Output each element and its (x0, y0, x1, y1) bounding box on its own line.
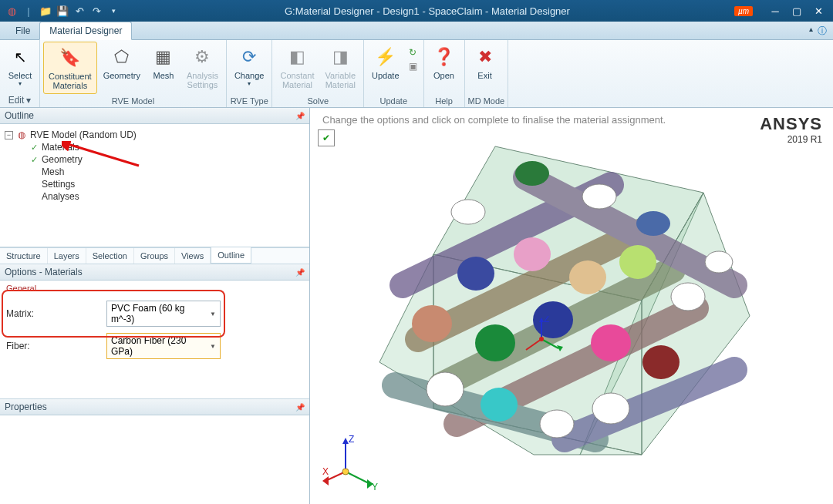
select-button[interactable]: ↖ Select ▾ (3, 42, 37, 90)
update-button[interactable]: ⚡ Update (367, 42, 403, 83)
viewport-hint: Change the options and click on complete… (322, 114, 666, 126)
redo-icon[interactable]: ↷ (89, 4, 103, 18)
title-bar: ◍ | 📁 💾 ↶ ↷ ▾ G:Material Designer - Desi… (0, 0, 833, 22)
pin-icon[interactable]: 📌 (295, 268, 305, 277)
tab-outline[interactable]: Outline (211, 247, 251, 264)
geometry-button[interactable]: ⬠ Geometry (99, 42, 145, 83)
svg-line-36 (526, 339, 541, 350)
rve-3d-render (333, 131, 796, 486)
analysis-settings-button[interactable]: ⚙ Analysis Settings (182, 42, 223, 92)
divider: | (22, 4, 35, 18)
options-panel: General Matrix: PVC Foam (60 kg m^-3)▼ F… (0, 281, 309, 399)
svg-point-15 (582, 184, 616, 209)
exit-button[interactable]: ✖ Exit (468, 42, 502, 83)
maximize-button[interactable]: ▢ (787, 3, 807, 18)
svg-text:Z: Z (544, 316, 549, 324)
properties-header: Properties📌 (0, 399, 309, 415)
tree-item-geometry[interactable]: ✓Geometry (29, 153, 305, 166)
mesh-button[interactable]: ▦ Mesh (147, 42, 180, 83)
menu-material-designer[interactable]: Material Designer (39, 22, 132, 40)
variable-material-icon: ◨ (328, 45, 352, 69)
help-icon[interactable]: ⓘ (818, 25, 827, 38)
svg-point-25 (591, 324, 631, 361)
tree-item-materials[interactable]: ✓Materials (29, 141, 305, 153)
fiber-value: Carbon Fiber (230 GPa) (111, 335, 210, 357)
quick-access-toolbar: ◍ | 📁 💾 ↶ ↷ ▾ (5, 4, 120, 18)
app-icon: ◍ (5, 4, 19, 18)
qat-dropdown-icon[interactable]: ▾ (106, 4, 120, 18)
ribbon: ↖ Select ▾ Edit ▾ 🔖 Constituent Material… (0, 40, 833, 108)
svg-point-17 (457, 257, 494, 291)
tab-structure[interactable]: Structure (0, 248, 48, 264)
open-help-button[interactable]: ❓ Open (427, 42, 461, 83)
tree-label: Mesh (42, 166, 64, 177)
3d-viewport[interactable]: Change the options and click on complete… (310, 108, 833, 504)
constituent-materials-button[interactable]: 🔖 Constituent Materials (43, 42, 97, 94)
lightning-icon: ⚡ (373, 45, 398, 69)
group-label-edit: Edit (8, 95, 25, 106)
menu-bar: File Material Designer ▴ ⓘ (0, 22, 833, 40)
change-button[interactable]: ⟳ Change ▾ (230, 42, 269, 90)
svg-marker-40 (342, 438, 349, 444)
tree-root[interactable]: − ◍ RVE Model (Random UD) (5, 129, 305, 141)
svg-point-14 (515, 161, 549, 186)
group-label-help: Help (427, 95, 461, 107)
stop-small-button[interactable]: ▣ (406, 60, 420, 72)
axis-triad[interactable]: Z Y X (322, 433, 384, 495)
exit-icon: ✖ (473, 45, 497, 69)
properties-panel (0, 415, 309, 504)
stop-icon: ▣ (409, 61, 417, 72)
tree-item-mesh[interactable]: Mesh (29, 166, 305, 178)
pin-icon[interactable]: 📌 (295, 403, 305, 412)
check-icon: ✓ (29, 155, 39, 165)
svg-point-48 (342, 469, 349, 475)
outline-tree: − ◍ RVE Model (Random UD) ✓Materials ✓Ge… (0, 124, 309, 247)
svg-point-21 (671, 283, 705, 311)
complete-button[interactable]: ✔ (318, 129, 335, 146)
mesh-icon: ▦ (151, 45, 176, 69)
tree-item-analyses[interactable]: Analyses (29, 190, 305, 203)
constant-material-button[interactable]: ◧ Constant Material (275, 42, 319, 92)
minimize-button[interactable]: ─ (765, 3, 785, 18)
svg-point-27 (427, 372, 464, 406)
tree-label: Geometry (42, 154, 83, 165)
left-panel: Outline📌 − ◍ RVE Model (Random UD) ✓Mate… (0, 108, 310, 504)
outline-tabs: Structure Layers Selection Groups Views … (0, 247, 309, 264)
pin-icon[interactable]: 📌 (295, 112, 305, 120)
refresh-small-button[interactable]: ↻ (406, 46, 420, 59)
window-title: G:Material Designer - Design1 - SpaceCla… (120, 5, 734, 17)
svg-point-20 (619, 245, 656, 279)
tree-label: Materials (42, 142, 79, 153)
group-label-rve-model: RVE Model (43, 95, 223, 107)
outline-header: Outline📌 (0, 108, 309, 124)
chevron-down-icon: ▼ (210, 343, 216, 350)
ribbon-collapse-icon[interactable]: ▴ (809, 25, 813, 38)
checkmark-icon: ✔ (322, 133, 330, 143)
close-button[interactable]: ✕ (808, 3, 828, 18)
cursor-icon: ↖ (8, 45, 32, 69)
tab-selection[interactable]: Selection (86, 248, 134, 264)
geometry-icon: ⬠ (110, 45, 134, 69)
edit-dropdown-icon[interactable]: ▾ (26, 95, 31, 106)
svg-point-30 (592, 393, 629, 424)
tab-layers[interactable]: Layers (48, 248, 86, 264)
variable-material-button[interactable]: ◨ Variable Material (321, 42, 361, 92)
save-icon[interactable]: 💾 (56, 4, 69, 18)
tree-root-label: RVE Model (Random UD) (30, 129, 137, 140)
svg-line-42 (346, 472, 370, 484)
menu-file[interactable]: File (6, 22, 39, 39)
tab-groups[interactable]: Groups (134, 248, 175, 264)
tree-label: Settings (42, 179, 75, 190)
svg-point-26 (642, 345, 680, 379)
tab-views[interactable]: Views (175, 248, 211, 264)
tree-label: Analyses (42, 191, 79, 202)
model-icon: ◍ (18, 129, 25, 140)
collapse-icon[interactable]: − (5, 131, 13, 139)
highlight-annotation (2, 290, 225, 338)
tree-item-settings[interactable]: Settings (29, 178, 305, 190)
undo-icon[interactable]: ↶ (73, 4, 86, 18)
svg-line-34 (541, 339, 558, 348)
unit-badge[interactable]: µm (734, 6, 753, 16)
open-folder-icon[interactable]: 📁 (39, 4, 52, 18)
group-label-update: Update (367, 95, 420, 107)
